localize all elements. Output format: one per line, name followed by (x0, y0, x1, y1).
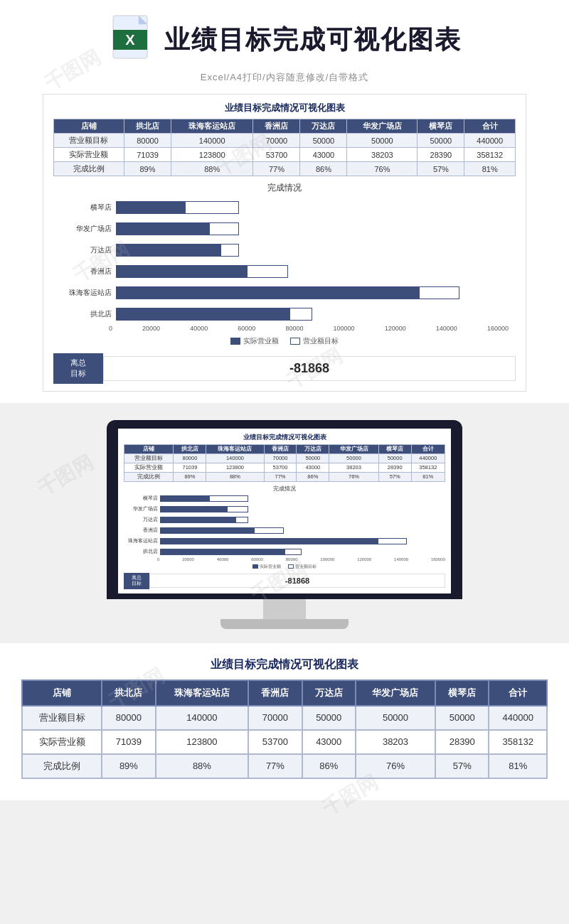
bottom-row-cell: 86% (302, 754, 356, 778)
bottom-row-cell: 88% (156, 754, 249, 778)
row-cell: 358132 (464, 148, 516, 162)
bottom-row-cell: 50000 (302, 706, 356, 730)
x-axis-label: 160000 (487, 325, 509, 332)
bottom-header-cell: 珠海客运站店 (156, 680, 249, 706)
svg-text:X: X (125, 32, 135, 48)
legend-actual-icon (230, 338, 240, 345)
mini-legend-target-icon (288, 564, 294, 569)
row-cell: 80000 (124, 134, 171, 148)
bottom-header-cell: 华发广场店 (356, 680, 435, 706)
mini-bar-container (160, 537, 442, 545)
mini-x-axis-label: 160000 (431, 557, 445, 562)
mini-row-label: 营业额目标 (124, 453, 174, 463)
row-label: 实际营业额 (54, 148, 124, 162)
bottom-table-row: 实际营业额71039123800537004300038203283903581… (22, 730, 547, 754)
bar-container (116, 221, 509, 237)
mini-x-axis-label: 120000 (357, 557, 371, 562)
table-row: 完成比例89%88%77%86%76%57%81% (54, 162, 516, 176)
x-axis-label: 100000 (334, 325, 355, 332)
mini-row-cell: 81% (411, 472, 445, 481)
bottom-row-cell: 440000 (489, 706, 547, 730)
row-cell: 43000 (300, 148, 347, 162)
x-axis-label: 140000 (436, 325, 457, 332)
mini-bar-row: 横琴店 (127, 495, 442, 503)
bar-label: 珠海客运站店 (60, 288, 112, 298)
mini-row-cell: 77% (264, 472, 297, 481)
bottom-row-label: 实际营业额 (22, 730, 102, 754)
row-cell: 76% (347, 162, 418, 176)
bottom-header-cell: 店铺 (22, 680, 102, 706)
summary-row: 离总目标 -81868 (53, 353, 516, 384)
bottom-row-cell: 50000 (435, 706, 489, 730)
table-header-cell: 万达店 (300, 119, 347, 134)
table-body: 营业额目标80000140000700005000050000500004400… (54, 134, 516, 176)
mini-row-cell: 70000 (264, 453, 297, 463)
bar-target (116, 201, 239, 214)
mini-bar-label: 香洲店 (127, 527, 158, 534)
x-axis-label: 40000 (190, 325, 208, 332)
legend-target-icon (290, 338, 300, 345)
bar-target (116, 286, 459, 299)
mini-legend-actual: 实际营业额 (252, 564, 281, 570)
bottom-table-body: 营业额目标80000140000700005000050000500004400… (22, 706, 547, 778)
bar-row: 万达店 (60, 242, 509, 258)
mini-row-cell: 80000 (174, 453, 206, 463)
bottom-row-cell: 77% (248, 754, 302, 778)
bar-row: 华发广场店 (60, 221, 509, 237)
bottom-row-label: 营业额目标 (22, 706, 102, 730)
row-cell: 50000 (300, 134, 347, 148)
mini-bar-container (160, 516, 442, 524)
mini-bar-row: 华发广场店 (127, 505, 442, 513)
bottom-row-cell: 57% (435, 754, 489, 778)
mini-summary-label: 离总目标 (124, 573, 149, 589)
row-cell: 50000 (418, 134, 464, 148)
bottom-header-cell: 拱北店 (102, 680, 155, 706)
mini-row-cell: 43000 (297, 463, 329, 472)
bar-row: 珠海客运站店 (60, 285, 509, 301)
bottom-row-cell: 358132 (489, 730, 547, 754)
mini-chart-legend: 实际营业额 营业额目标 (124, 564, 445, 570)
bar-container (116, 242, 509, 258)
mini-table-header-cell: 合计 (411, 444, 445, 453)
bar-row: 横琴店 (60, 200, 509, 215)
mini-legend-target: 营业额目标 (288, 564, 317, 570)
bottom-row-cell: 28390 (435, 730, 489, 754)
table-header-row: 店铺拱北店珠海客运站店香洲店万达店华发广场店横琴店合计 (54, 119, 516, 134)
mini-x-axis-label: 140000 (394, 557, 408, 562)
row-cell: 440000 (464, 134, 516, 148)
legend-target: 营业额目标 (290, 336, 339, 346)
mini-data-table: 店铺拱北店珠海客运站店香洲店万达店华发广场店横琴店合计 营业额目标8000014… (124, 444, 445, 482)
mini-legend-target-label: 营业额目标 (295, 564, 317, 570)
bottom-row-cell: 76% (356, 754, 435, 778)
monitor-screen: 业绩目标完成情况可视化图表 店铺拱北店珠海客运站店香洲店万达店华发广场店横琴店合… (107, 420, 462, 599)
mini-table-header-cell: 珠海客运站店 (206, 444, 264, 453)
mini-row-cell: 140000 (206, 453, 264, 463)
mini-bar-target (160, 517, 248, 523)
bar-container (116, 264, 509, 279)
mini-table-header-cell: 拱北店 (174, 444, 206, 453)
header-row: X 业绩目标完成可视化图表 (107, 14, 462, 65)
x-axis-label: 60000 (238, 325, 255, 332)
bar-row: 香洲店 (60, 264, 509, 279)
mini-row-cell: 38203 (329, 463, 378, 472)
row-cell: 57% (418, 162, 464, 176)
row-cell: 86% (300, 162, 347, 176)
monitor-chart-title: 业绩目标完成情况可视化图表 (124, 433, 445, 442)
x-axis-label: 20000 (142, 325, 160, 332)
mini-summary-row: 离总目标 -81868 (124, 573, 445, 589)
mini-table-header-cell: 万达店 (297, 444, 329, 453)
bottom-row-cell: 80000 (102, 706, 155, 730)
row-cell: 50000 (347, 134, 418, 148)
bar-container (116, 285, 509, 301)
bottom-row-cell: 38203 (356, 730, 435, 754)
mini-summary-value: -81868 (149, 574, 445, 588)
mini-bar-row: 拱北店 (127, 548, 442, 556)
bottom-header-cell: 万达店 (302, 680, 356, 706)
bar-label: 香洲店 (60, 267, 112, 276)
table-header-cell: 合计 (464, 119, 516, 134)
mini-table-row: 完成比例89%88%77%86%76%57%81% (124, 472, 445, 481)
mini-bar-target (160, 506, 248, 512)
row-label: 完成比例 (54, 162, 124, 176)
bottom-section: 业绩目标完成情况可视化图表 店铺拱北店珠海客运站店香洲店万达店华发广场店横琴店合… (0, 643, 569, 800)
mini-bar-target (160, 549, 302, 555)
